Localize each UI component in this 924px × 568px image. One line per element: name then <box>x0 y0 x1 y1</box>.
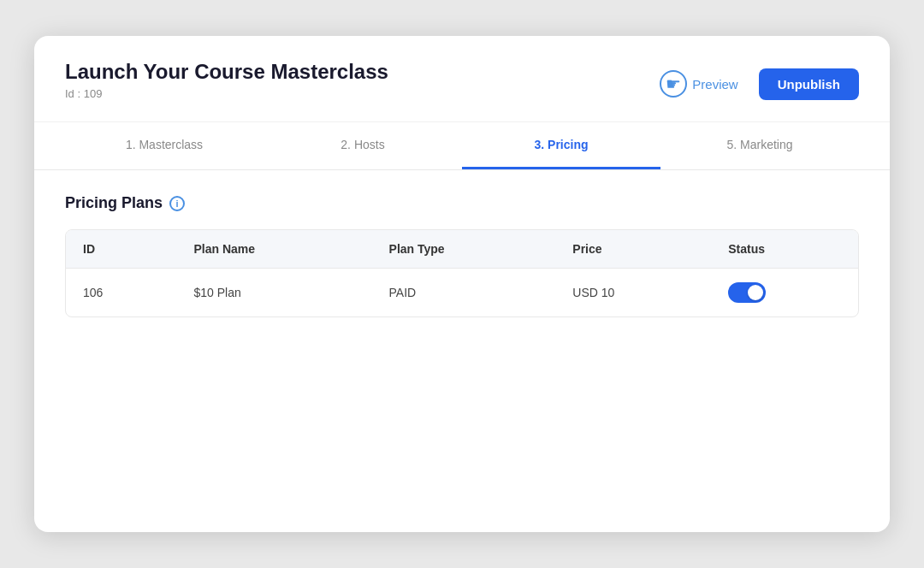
col-id: ID <box>66 230 176 269</box>
status-toggle[interactable] <box>728 282 766 303</box>
cell-plan-name: $10 Plan <box>176 269 371 317</box>
cell-id: 106 <box>66 269 176 317</box>
preview-label: Preview <box>692 77 737 92</box>
cell-plan-type: PAID <box>372 269 556 317</box>
modal-container: Launch Your Course Masterclass Id : 109 … <box>34 36 890 532</box>
course-id: Id : 109 <box>65 87 388 100</box>
tabs-nav: 1. Masterclass 2. Hosts 3. Pricing 5. Ma… <box>34 122 890 170</box>
section-title: Pricing Plans <box>65 194 163 212</box>
preview-button[interactable]: ☛ Preview <box>649 63 748 104</box>
col-price: Price <box>555 230 711 269</box>
cursor-icon: ☛ <box>660 70 687 98</box>
section-header: Pricing Plans i <box>65 194 859 212</box>
col-plan-name: Plan Name <box>176 230 371 269</box>
toggle-wrap <box>728 282 841 303</box>
cell-status <box>711 269 858 317</box>
header-left: Launch Your Course Masterclass Id : 109 <box>65 60 388 100</box>
tab-hosts[interactable]: 2. Hosts <box>264 122 462 169</box>
pricing-table-container: ID Plan Name Plan Type Price Status 106 … <box>65 229 859 317</box>
cell-price: USD 10 <box>555 269 711 317</box>
header-actions: ☛ Preview Unpublish <box>649 63 859 104</box>
info-icon[interactable]: i <box>169 196 185 211</box>
header: Launch Your Course Masterclass Id : 109 … <box>34 36 890 122</box>
col-plan-type: Plan Type <box>372 230 556 269</box>
content-area: Pricing Plans i ID Plan Name Plan Type P… <box>34 170 890 341</box>
table-header-row: ID Plan Name Plan Type Price Status <box>66 230 858 269</box>
tab-masterclass[interactable]: 1. Masterclass <box>65 122 264 169</box>
col-status: Status <box>711 230 858 269</box>
unpublish-button[interactable]: Unpublish <box>759 68 859 100</box>
page-title: Launch Your Course Masterclass <box>65 60 388 84</box>
table-row: 106 $10 Plan PAID USD 10 <box>66 269 858 317</box>
tab-marketing[interactable]: 5. Marketing <box>660 122 859 169</box>
pricing-table: ID Plan Name Plan Type Price Status 106 … <box>66 230 858 317</box>
tab-pricing[interactable]: 3. Pricing <box>462 122 660 169</box>
